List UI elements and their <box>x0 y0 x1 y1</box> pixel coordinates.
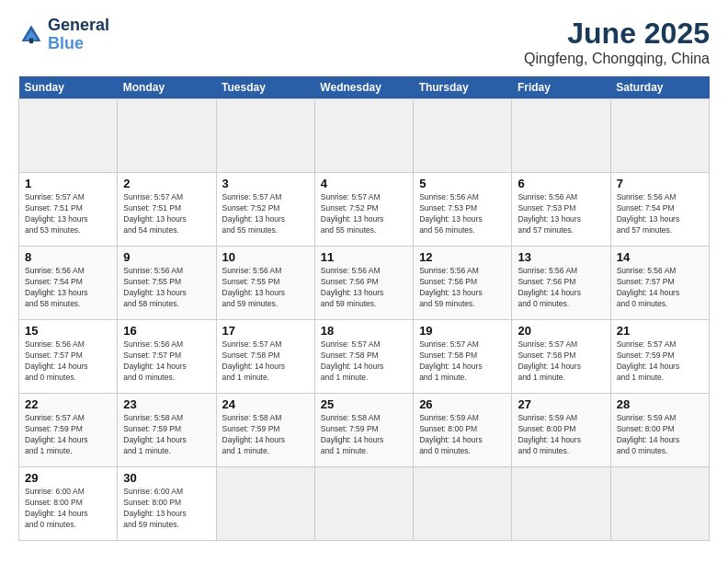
calendar-cell <box>414 467 512 541</box>
day-info: Sunrise: 5:57 AM Sunset: 7:58 PM Dayligh… <box>419 339 506 384</box>
day-number: 8 <box>25 250 111 264</box>
day-info: Sunrise: 5:56 AM Sunset: 7:55 PM Dayligh… <box>222 266 309 310</box>
day-number: 26 <box>419 397 506 411</box>
calendar-cell <box>610 467 709 541</box>
calendar-cell <box>19 99 118 173</box>
calendar-cell: 29Sunrise: 6:00 AM Sunset: 8:00 PM Dayli… <box>19 467 118 541</box>
calendar-cell: 22Sunrise: 5:57 AM Sunset: 7:59 PM Dayli… <box>19 394 118 467</box>
day-info: Sunrise: 5:56 AM Sunset: 7:53 PM Dayligh… <box>419 192 506 236</box>
day-info: Sunrise: 5:57 AM Sunset: 7:52 PM Dayligh… <box>222 192 309 236</box>
week-row-4: 22Sunrise: 5:57 AM Sunset: 7:59 PM Dayli… <box>19 394 710 467</box>
calendar-cell: 1Sunrise: 5:57 AM Sunset: 7:51 PM Daylig… <box>19 173 118 247</box>
day-number: 7 <box>617 177 703 190</box>
day-info: Sunrise: 5:58 AM Sunset: 7:59 PM Dayligh… <box>123 413 210 457</box>
day-info: Sunrise: 5:57 AM Sunset: 7:59 PM Dayligh… <box>25 413 111 457</box>
calendar-cell <box>610 99 709 173</box>
location-title: Qingfeng, Chongqing, China <box>524 51 710 67</box>
day-number: 16 <box>123 324 210 338</box>
calendar-cell: 2Sunrise: 5:57 AM Sunset: 7:51 PM Daylig… <box>118 173 216 247</box>
day-number: 6 <box>518 177 604 190</box>
day-info: Sunrise: 5:56 AM Sunset: 7:57 PM Dayligh… <box>123 339 210 384</box>
day-number: 24 <box>222 397 309 411</box>
calendar-cell <box>512 99 610 173</box>
logo: General Blue <box>18 17 109 53</box>
calendar-cell: 26Sunrise: 5:59 AM Sunset: 8:00 PM Dayli… <box>414 394 512 467</box>
calendar-cell: 23Sunrise: 5:58 AM Sunset: 7:59 PM Dayli… <box>118 394 216 467</box>
day-number: 13 <box>518 250 604 264</box>
day-number: 17 <box>222 324 309 338</box>
day-number: 9 <box>123 250 210 264</box>
calendar-cell: 8Sunrise: 5:56 AM Sunset: 7:54 PM Daylig… <box>19 247 118 320</box>
calendar-cell: 11Sunrise: 5:56 AM Sunset: 7:56 PM Dayli… <box>314 247 413 320</box>
logo-line2: Blue <box>48 34 84 52</box>
weekday-header-sunday: Sunday <box>19 76 118 99</box>
calendar-cell <box>118 99 216 173</box>
calendar-cell: 9Sunrise: 5:56 AM Sunset: 7:55 PM Daylig… <box>118 247 216 320</box>
day-number: 12 <box>419 250 506 264</box>
week-row-0 <box>19 99 710 173</box>
day-number: 10 <box>222 250 309 264</box>
day-number: 27 <box>518 397 604 411</box>
day-info: Sunrise: 5:56 AM Sunset: 7:56 PM Dayligh… <box>321 266 407 310</box>
day-info: Sunrise: 5:58 AM Sunset: 7:59 PM Dayligh… <box>222 413 309 457</box>
weekday-header-monday: Monday <box>118 76 216 99</box>
weekday-header-thursday: Thursday <box>414 76 512 99</box>
day-number: 28 <box>617 397 703 411</box>
day-number: 22 <box>25 397 111 411</box>
calendar-cell: 3Sunrise: 5:57 AM Sunset: 7:52 PM Daylig… <box>216 173 314 247</box>
day-info: Sunrise: 5:56 AM Sunset: 7:57 PM Dayligh… <box>617 266 703 310</box>
day-number: 11 <box>321 250 407 264</box>
week-row-3: 15Sunrise: 5:56 AM Sunset: 7:57 PM Dayli… <box>19 320 710 394</box>
day-info: Sunrise: 5:56 AM Sunset: 7:56 PM Dayligh… <box>419 266 506 310</box>
day-info: Sunrise: 5:59 AM Sunset: 8:00 PM Dayligh… <box>617 413 703 457</box>
main-container: General Blue June 2025 Qingfeng, Chongqi… <box>0 0 728 550</box>
calendar-cell: 14Sunrise: 5:56 AM Sunset: 7:57 PM Dayli… <box>610 247 709 320</box>
day-info: Sunrise: 5:57 AM Sunset: 7:51 PM Dayligh… <box>25 192 111 236</box>
day-number: 5 <box>419 177 506 190</box>
day-info: Sunrise: 5:56 AM Sunset: 7:54 PM Dayligh… <box>617 192 703 236</box>
day-info: Sunrise: 5:57 AM Sunset: 7:58 PM Dayligh… <box>321 339 407 384</box>
day-number: 20 <box>518 324 604 338</box>
calendar-cell: 25Sunrise: 5:58 AM Sunset: 7:59 PM Dayli… <box>314 394 413 467</box>
calendar-cell <box>512 467 610 541</box>
week-row-1: 1Sunrise: 5:57 AM Sunset: 7:51 PM Daylig… <box>19 173 710 247</box>
day-info: Sunrise: 6:00 AM Sunset: 8:00 PM Dayligh… <box>123 487 210 531</box>
weekday-header-friday: Friday <box>512 76 610 99</box>
header: General Blue June 2025 Qingfeng, Chongqi… <box>18 17 710 67</box>
day-number: 2 <box>123 177 210 190</box>
calendar-cell <box>314 467 413 541</box>
day-info: Sunrise: 6:00 AM Sunset: 8:00 PM Dayligh… <box>25 487 111 531</box>
day-info: Sunrise: 5:57 AM Sunset: 7:52 PM Dayligh… <box>321 192 407 236</box>
day-number: 25 <box>321 397 407 411</box>
weekday-header-tuesday: Tuesday <box>216 76 314 99</box>
calendar-cell: 27Sunrise: 5:59 AM Sunset: 8:00 PM Dayli… <box>512 394 610 467</box>
day-number: 15 <box>25 324 111 338</box>
logo-line1: General <box>48 17 109 35</box>
calendar-cell: 17Sunrise: 5:57 AM Sunset: 7:58 PM Dayli… <box>216 320 314 394</box>
day-number: 19 <box>419 324 506 338</box>
day-info: Sunrise: 5:56 AM Sunset: 7:54 PM Dayligh… <box>25 266 111 310</box>
calendar-cell: 15Sunrise: 5:56 AM Sunset: 7:57 PM Dayli… <box>19 320 118 394</box>
logo-icon <box>18 22 44 48</box>
day-number: 21 <box>617 324 703 338</box>
calendar-cell: 20Sunrise: 5:57 AM Sunset: 7:58 PM Dayli… <box>512 320 610 394</box>
calendar-cell: 6Sunrise: 5:56 AM Sunset: 7:53 PM Daylig… <box>512 173 610 247</box>
day-number: 23 <box>123 397 210 411</box>
day-number: 1 <box>25 177 111 190</box>
day-info: Sunrise: 5:56 AM Sunset: 7:57 PM Dayligh… <box>25 339 111 384</box>
calendar-cell <box>216 99 314 173</box>
month-title: June 2025 <box>524 17 710 51</box>
calendar-cell: 30Sunrise: 6:00 AM Sunset: 8:00 PM Dayli… <box>118 467 216 541</box>
calendar-cell: 24Sunrise: 5:58 AM Sunset: 7:59 PM Dayli… <box>216 394 314 467</box>
calendar-cell: 28Sunrise: 5:59 AM Sunset: 8:00 PM Dayli… <box>610 394 709 467</box>
calendar-cell: 16Sunrise: 5:56 AM Sunset: 7:57 PM Dayli… <box>118 320 216 394</box>
calendar-cell <box>414 99 512 173</box>
day-number: 4 <box>321 177 407 190</box>
calendar-cell <box>314 99 413 173</box>
day-info: Sunrise: 5:57 AM Sunset: 7:59 PM Dayligh… <box>617 339 703 384</box>
day-info: Sunrise: 5:56 AM Sunset: 7:53 PM Dayligh… <box>518 192 604 236</box>
calendar-cell: 18Sunrise: 5:57 AM Sunset: 7:58 PM Dayli… <box>314 320 413 394</box>
day-info: Sunrise: 5:59 AM Sunset: 8:00 PM Dayligh… <box>518 413 604 457</box>
day-number: 14 <box>617 250 703 264</box>
calendar-cell: 4Sunrise: 5:57 AM Sunset: 7:52 PM Daylig… <box>314 173 413 247</box>
